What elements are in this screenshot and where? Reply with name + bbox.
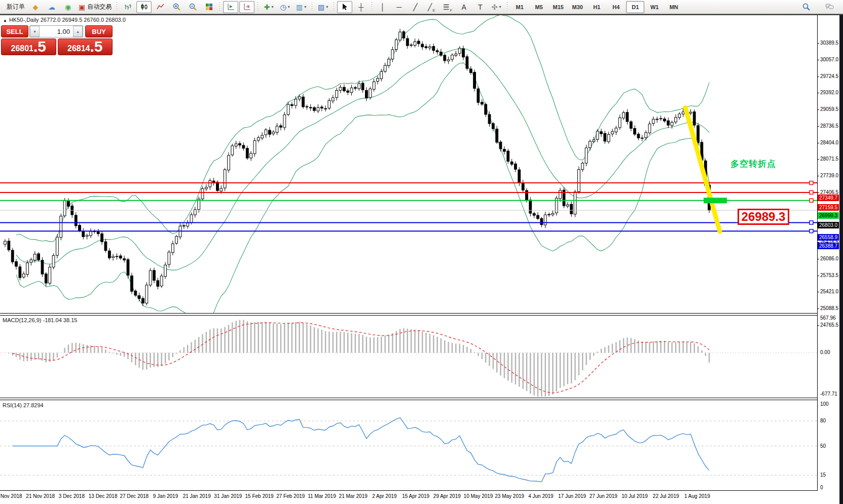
fibonacci-button[interactable]: ☰F <box>440 1 455 13</box>
pane-separator[interactable] <box>0 398 817 400</box>
periods-button[interactable]: ◷▾ <box>277 1 292 13</box>
date-tick: 21 Nov 2018 <box>26 493 55 499</box>
date-tick: 9 Jan 2019 <box>153 493 178 499</box>
new-order-button-label: 新订单 <box>7 3 25 11</box>
buy-price-button[interactable]: 26814 .5 <box>58 38 113 55</box>
horizontal-line-button[interactable]: ─ <box>391 1 407 13</box>
chart-shift-button[interactable] <box>239 1 254 13</box>
turning-price-label[interactable]: 26989.3 <box>738 209 789 225</box>
auto-trading-button[interactable]: ▣自动交易 <box>77 1 114 13</box>
zoom-out-button[interactable] <box>185 1 200 13</box>
news-signal-icon[interactable]: ◉ <box>60 1 76 13</box>
auto-scroll-button[interactable] <box>223 1 238 13</box>
rsi-canvas[interactable] <box>0 401 817 489</box>
chart-title: ▲HK50-,Daily 26772.0 26949.5 26760.0 268… <box>3 17 126 23</box>
price-tick: 25753.5 <box>820 273 838 278</box>
chevron-down-icon[interactable]: ▾ <box>326 5 328 9</box>
timeframe-m5[interactable]: M5 <box>530 1 548 13</box>
date-tick: 15 Feb 2019 <box>245 493 274 499</box>
bar-chart-button[interactable] <box>120 1 135 13</box>
chart-window-icon[interactable]: ◆ <box>28 1 43 13</box>
date-tick: 9 Nov 2018 <box>0 493 22 499</box>
toolbar-separator <box>117 2 117 12</box>
turning-point-annotation[interactable]: 多空转折点 <box>730 158 776 170</box>
zoom-in-button[interactable] <box>169 1 184 13</box>
new-order-button[interactable]: 新订单 <box>3 1 27 13</box>
sell-button[interactable]: SELL <box>1 25 28 37</box>
date-tick: 27 Dec 2018 <box>120 493 149 499</box>
timeframe-m1[interactable]: M1 <box>510 1 529 13</box>
toolbar-shadow <box>0 14 843 15</box>
auto-trading-icon: ▣ <box>79 4 85 11</box>
timeframe-h4[interactable]: H4 <box>607 1 625 13</box>
templates-button[interactable]: ▥▾ <box>294 1 309 13</box>
tile-windows-button[interactable] <box>201 1 216 13</box>
equidistant-channel-button[interactable]: ╱E <box>424 1 439 13</box>
date-tick: 21 Jan 2019 <box>183 493 211 499</box>
auto-trading-button-label: 自动交易 <box>87 3 112 11</box>
sell-price-button[interactable]: 26801 .5 <box>1 38 56 55</box>
rsi-axis-tick: 0 <box>820 485 823 490</box>
date-tick: 11 Mar 2019 <box>308 493 336 499</box>
macd-axis-tick: 0.00 <box>820 350 830 355</box>
volume-up-button[interactable]: ▲ <box>73 26 83 37</box>
new-chart-icon: ✚ <box>264 4 270 11</box>
chevron-down-icon[interactable]: ▾ <box>499 5 501 9</box>
date-tick: 23 May 2019 <box>495 493 524 499</box>
timeframe-w1[interactable]: W1 <box>645 1 664 13</box>
text-label-button[interactable]: T <box>472 1 488 13</box>
arrows-icon: ✣ <box>492 4 498 11</box>
vertical-line-button[interactable]: │ <box>375 1 390 13</box>
level-price-label: 26999.3 <box>818 212 839 219</box>
chevron-down-icon[interactable]: ▾ <box>304 5 306 9</box>
current-price-label: 26803.0 <box>818 222 839 228</box>
timeframe-m15[interactable]: M15 <box>549 1 567 13</box>
chevron-down-icon[interactable]: ▾ <box>272 5 274 9</box>
text-button[interactable]: A <box>456 1 471 13</box>
rsi-axis-tick: 80 <box>820 418 826 423</box>
text-icon: A <box>462 4 466 11</box>
rsi-indicator-label: RSI(14) 27.8294 <box>3 402 44 408</box>
collapse-icon[interactable]: ▲ <box>3 18 7 23</box>
buy-button[interactable]: BUY <box>85 25 113 37</box>
timeframe-h1[interactable]: H1 <box>588 1 606 13</box>
crosshair-button[interactable]: ┼ <box>353 1 369 13</box>
level-price-label: 27349.7 <box>818 195 839 201</box>
trendline-button[interactable]: ╱ <box>408 1 423 13</box>
price-scale[interactable]: 30389.530057.029724.529392.029059.528736… <box>818 15 839 504</box>
indicators-button[interactable]: ▨▾ <box>315 1 331 13</box>
templates-icon: ▥ <box>296 4 303 11</box>
zoom-in-icon <box>172 3 181 11</box>
date-tick: 3 Dec 2018 <box>59 493 85 499</box>
volume-input[interactable]: 1.00 <box>40 26 73 37</box>
chat-button[interactable] <box>822 1 837 13</box>
date-tick: 17 Jun 2019 <box>558 493 586 499</box>
periods-icon: ◷ <box>280 4 286 11</box>
price-tick: 30389.5 <box>820 40 838 46</box>
price-tick: 26086.0 <box>820 256 838 261</box>
timeframe-mn[interactable]: MN <box>665 1 683 13</box>
cursor-button[interactable] <box>337 1 352 13</box>
date-axis[interactable]: 9 Nov 201821 Nov 20183 Dec 201813 Dec 20… <box>0 492 817 502</box>
timeframe-d1[interactable]: D1 <box>626 1 644 13</box>
toolbar-separator <box>219 2 220 12</box>
level-price-label: 26558.9 <box>818 234 839 241</box>
line-chart-button[interactable] <box>153 1 168 13</box>
candlestick-chart-button[interactable] <box>136 1 152 13</box>
chevron-down-icon[interactable]: ▾ <box>288 5 290 9</box>
rsi-axis-tick: 15 <box>820 472 826 478</box>
community-icon: ☁ <box>48 4 55 11</box>
arrows-button[interactable]: ✣▾ <box>489 1 504 13</box>
chart-region[interactable]: ▲HK50-,Daily 26772.0 26949.5 26760.0 268… <box>0 15 843 504</box>
search-icon <box>802 3 811 11</box>
main-chart-canvas[interactable] <box>0 15 817 313</box>
new-chart-button[interactable]: ✚▾ <box>261 1 276 13</box>
macd-canvas[interactable] <box>0 316 817 397</box>
search-button[interactable] <box>798 1 814 13</box>
date-tick: 22 Jul 2019 <box>653 493 679 499</box>
community-icon[interactable]: ☁ <box>44 1 59 13</box>
timeframe-m30[interactable]: M30 <box>568 1 587 13</box>
toolbar: 新订单◆☁◉▣自动交易✚▾◷▾▥▾▨▾┼│─╱╱E☰FAT✣▾M1M5M15M3… <box>0 0 843 14</box>
chart-shift-icon <box>243 3 251 11</box>
volume-down-button[interactable]: ▼ <box>30 26 40 37</box>
